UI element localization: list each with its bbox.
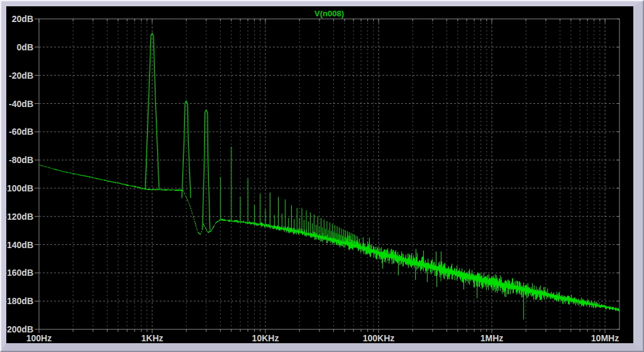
window-frame-inner: 20dB0dB-20dB-40dB-60dB-80dB-100dB-120dB-…	[1, 1, 643, 351]
x-tick-label: 10KHz	[252, 333, 279, 343]
plot-border	[39, 19, 619, 329]
x-tick-label: 1KHz	[141, 333, 163, 343]
trace-title: V(n008)	[39, 9, 619, 18]
plot-pane: 20dB0dB-20dB-40dB-60dB-80dB-100dB-120dB-…	[6, 6, 633, 343]
y-tick-label: -180dB	[6, 296, 33, 306]
y-tick-label: -60dB	[9, 127, 33, 137]
x-axis-labels: 100Hz1KHz10KHz100KHz1MHz10MHz	[26, 333, 619, 343]
harmonic-spikes	[220, 147, 523, 320]
spectrum-plot: 20dB0dB-20dB-40dB-60dB-80dB-100dB-120dB-…	[6, 6, 633, 343]
x-tick-label: 100Hz	[26, 333, 52, 343]
fundamental-and-low-harmonic-peaks	[145, 33, 210, 230]
x-tick-label: 10MHz	[591, 333, 619, 343]
y-tick-label: 20dB	[12, 14, 33, 24]
y-axis-labels: 20dB0dB-20dB-40dB-60dB-80dB-100dB-120dB-…	[6, 14, 33, 334]
y-tick-label: -80dB	[9, 155, 33, 165]
window-frame: 20dB0dB-20dB-40dB-60dB-80dB-100dB-120dB-…	[0, 0, 644, 352]
horizontal-gridlines	[39, 47, 619, 301]
x-tick-label: 1MHz	[480, 333, 504, 343]
y-tick-label: -40dB	[9, 99, 33, 109]
y-tick-label: -140dB	[6, 240, 33, 250]
y-tick-label: -120dB	[6, 212, 33, 222]
y-tick-label: -100dB	[6, 183, 33, 193]
axis-ticks	[35, 19, 619, 333]
x-tick-label: 100KHz	[363, 333, 395, 343]
y-tick-label: 0dB	[17, 42, 33, 52]
trace-noise-floor	[40, 165, 619, 312]
y-tick-label: -160dB	[6, 268, 33, 278]
y-tick-label: -20dB	[9, 71, 33, 81]
